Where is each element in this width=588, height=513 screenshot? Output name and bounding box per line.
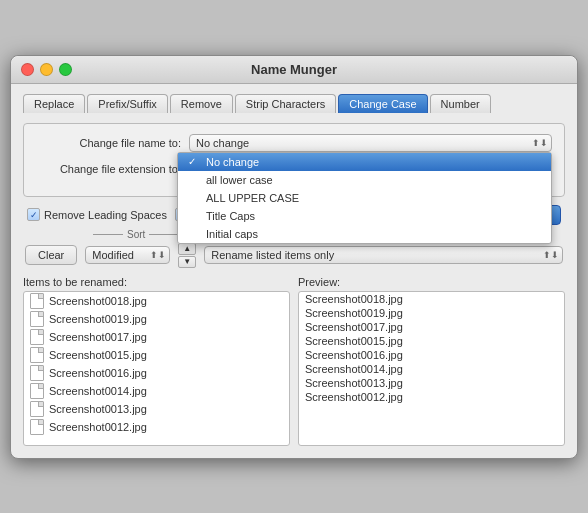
sort-select[interactable]: Modified Name Date Created Size xyxy=(85,246,170,264)
preview-list-item: Screenshot0016.jpg xyxy=(299,348,564,362)
tab-remove[interactable]: Remove xyxy=(170,94,233,113)
tab-change-case[interactable]: Change Case xyxy=(338,94,427,113)
preview-header: Preview: xyxy=(298,276,565,288)
dropdown-item-upper-case[interactable]: ALL UPPER CASE xyxy=(178,189,551,207)
form-area: Change file name to: No change ⬆⬇ Change… xyxy=(23,123,565,197)
dropdown-item-initial-caps[interactable]: Initial caps xyxy=(178,225,551,243)
close-button[interactable] xyxy=(21,63,34,76)
list-item[interactable]: Screenshot0014.jpg xyxy=(24,382,289,400)
check-icon: ✓ xyxy=(188,156,200,167)
list-item[interactable]: Screenshot0012.jpg xyxy=(24,418,289,436)
items-header: Items to be renamed: xyxy=(23,276,290,288)
file-icon xyxy=(30,311,44,327)
maximize-button[interactable] xyxy=(59,63,72,76)
file-icon xyxy=(30,293,44,309)
list-item[interactable]: Screenshot0015.jpg xyxy=(24,346,289,364)
file-icon xyxy=(30,401,44,417)
preview-list-item: Screenshot0013.jpg xyxy=(299,376,564,390)
remove-leading-spaces-label: Remove Leading Spaces xyxy=(44,209,167,221)
main-window: Name Munger Replace Prefix/Suffix Remove… xyxy=(10,55,578,459)
bottom-toolbar: Sort Clear Modified Name Date Created Si… xyxy=(23,243,565,268)
dropdown-menu: ✓ No change all lower case ALL UPPER CAS… xyxy=(177,152,552,244)
traffic-lights xyxy=(21,63,72,76)
file-icon xyxy=(30,383,44,399)
preview-list: Screenshot0018.jpgScreenshot0019.jpgScre… xyxy=(298,291,565,446)
file-icon xyxy=(30,365,44,381)
list-item[interactable]: Screenshot0019.jpg xyxy=(24,310,289,328)
tab-number[interactable]: Number xyxy=(430,94,491,113)
titlebar: Name Munger xyxy=(11,56,577,84)
preview-list-item: Screenshot0017.jpg xyxy=(299,320,564,334)
preview-list-item: Screenshot0018.jpg xyxy=(299,292,564,306)
preview-list-item: Screenshot0019.jpg xyxy=(299,306,564,320)
sort-arrows: ▲ ▼ xyxy=(178,243,196,268)
sort-up-button[interactable]: ▲ xyxy=(178,243,196,255)
list-item[interactable]: Screenshot0013.jpg xyxy=(24,400,289,418)
dropdown-item-lower-case[interactable]: all lower case xyxy=(178,171,551,189)
change-name-select[interactable]: No change xyxy=(189,134,552,152)
preview-list-item: Screenshot0012.jpg xyxy=(299,390,564,404)
rename-select-wrapper: Rename listed items only Rename all item… xyxy=(204,246,563,264)
change-name-select-wrapper: No change ⬆⬇ xyxy=(189,134,552,152)
minimize-button[interactable] xyxy=(40,63,53,76)
remove-leading-spaces-checkbox[interactable]: ✓ xyxy=(27,208,40,221)
change-ext-label: Change file extension to: xyxy=(36,163,181,175)
file-icon xyxy=(30,419,44,435)
list-item[interactable]: Screenshot0018.jpg xyxy=(24,292,289,310)
window-title: Name Munger xyxy=(251,62,337,77)
list-item[interactable]: Screenshot0016.jpg xyxy=(24,364,289,382)
clear-button[interactable]: Clear xyxy=(25,245,77,265)
rename-select[interactable]: Rename listed items only Rename all item… xyxy=(204,246,563,264)
remove-leading-spaces-checkbox-item: ✓ Remove Leading Spaces xyxy=(27,208,167,221)
preview-list-item: Screenshot0014.jpg xyxy=(299,362,564,376)
tab-bar: Replace Prefix/Suffix Remove Strip Chara… xyxy=(23,94,565,113)
sort-down-button[interactable]: ▼ xyxy=(178,256,196,268)
file-icon xyxy=(30,329,44,345)
items-list[interactable]: Screenshot0018.jpgScreenshot0019.jpgScre… xyxy=(23,291,290,446)
tab-strip-characters[interactable]: Strip Characters xyxy=(235,94,336,113)
tab-replace[interactable]: Replace xyxy=(23,94,85,113)
sort-label: Sort xyxy=(127,229,145,240)
sort-select-wrapper: Modified Name Date Created Size ⬆⬇ xyxy=(85,246,170,264)
dropdown-item-title-caps[interactable]: Title Caps xyxy=(178,207,551,225)
preview-list-item: Screenshot0015.jpg xyxy=(299,334,564,348)
tab-prefix-suffix[interactable]: Prefix/Suffix xyxy=(87,94,168,113)
change-name-row: Change file name to: No change ⬆⬇ xyxy=(36,134,552,152)
preview-panel: Preview: Screenshot0018.jpgScreenshot001… xyxy=(298,276,565,446)
file-icon xyxy=(30,347,44,363)
dropdown-item-no-change[interactable]: ✓ No change xyxy=(178,153,551,171)
lists-row: Items to be renamed: Screenshot0018.jpgS… xyxy=(23,276,565,446)
list-item[interactable]: Screenshot0017.jpg xyxy=(24,328,289,346)
change-name-label: Change file name to: xyxy=(36,137,181,149)
items-panel: Items to be renamed: Screenshot0018.jpgS… xyxy=(23,276,290,446)
